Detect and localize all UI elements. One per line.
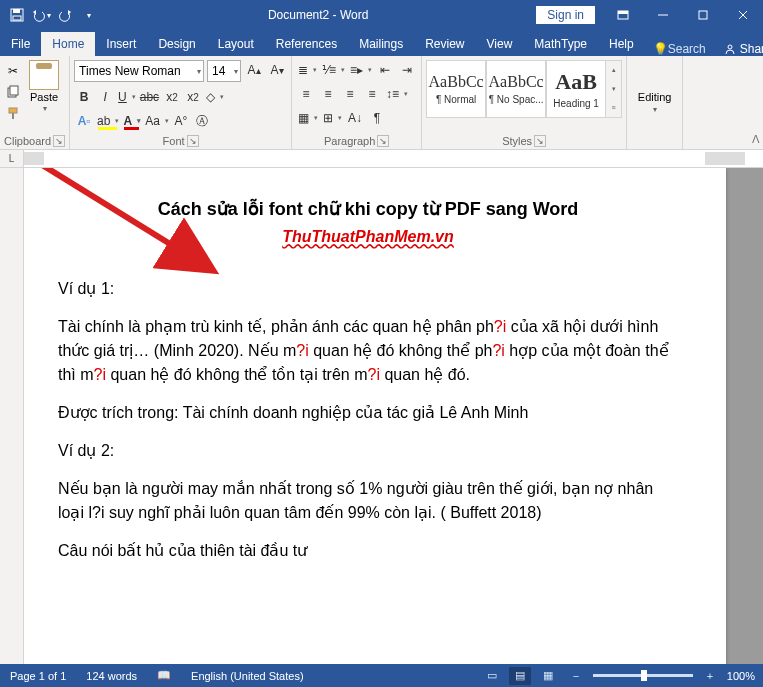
zoom-slider[interactable]	[593, 674, 693, 677]
ribbon-tabs: File Home Insert Design Layout Reference…	[0, 30, 763, 56]
read-mode-icon[interactable]: ▭	[481, 667, 503, 685]
doc-p4: Ví dụ 2:	[58, 439, 678, 463]
svg-point-9	[728, 45, 732, 49]
tab-insert[interactable]: Insert	[95, 32, 147, 56]
bold-button[interactable]: B	[74, 87, 94, 107]
ribbon: ✂ Paste ▾ Clipboard ↘ Times New Roman▾ 1…	[0, 56, 763, 150]
multilevel-list-button[interactable]: ≡▸	[348, 60, 373, 80]
cut-icon[interactable]: ✂	[4, 62, 22, 80]
print-layout-icon[interactable]: ▤	[509, 667, 531, 685]
font-name-combo[interactable]: Times New Roman▾	[74, 60, 204, 82]
web-layout-icon[interactable]: ▦	[537, 667, 559, 685]
font-size-combo[interactable]: 14▾	[207, 60, 241, 82]
tab-file[interactable]: File	[0, 32, 41, 56]
zoom-out-icon[interactable]: −	[565, 667, 587, 685]
tab-home[interactable]: Home	[41, 32, 95, 56]
font-name-value: Times New Roman	[79, 64, 181, 78]
collapse-ribbon-icon[interactable]: ᐱ	[752, 133, 760, 146]
shrink-font-icon[interactable]: A▾	[267, 60, 287, 80]
paragraph-group-label: Paragraph	[324, 135, 375, 147]
numbering-button[interactable]: ⅟≡	[320, 60, 346, 80]
tab-references[interactable]: References	[265, 32, 348, 56]
highlight-color-button[interactable]: ab	[95, 111, 120, 131]
align-right-icon[interactable]: ≡	[340, 84, 360, 104]
paste-button[interactable]: Paste ▾	[24, 60, 64, 113]
clipboard-launcher-icon[interactable]: ↘	[53, 135, 65, 147]
font-launcher-icon[interactable]: ↘	[187, 135, 199, 147]
align-center-icon[interactable]: ≡	[318, 84, 338, 104]
italic-button[interactable]: I	[95, 87, 115, 107]
tab-view[interactable]: View	[476, 32, 524, 56]
vertical-ruler[interactable]	[0, 168, 24, 668]
shading-button[interactable]: ▦	[296, 108, 319, 128]
zoom-level[interactable]: 100%	[727, 670, 755, 682]
tab-mathtype[interactable]: MathType	[523, 32, 598, 56]
tab-review[interactable]: Review	[414, 32, 475, 56]
svg-rect-4	[618, 11, 628, 14]
decrease-indent-icon[interactable]: ⇤	[375, 60, 395, 80]
clear-formatting-icon[interactable]: ◇	[204, 87, 225, 107]
sort-icon[interactable]: A↓	[345, 108, 365, 128]
status-page[interactable]: Page 1 of 1	[0, 670, 76, 682]
document-page[interactable]: Cách sửa lỗi font chữ khi copy từ PDF sa…	[24, 168, 726, 668]
character-shading-icon[interactable]: A°	[171, 111, 191, 131]
format-painter-icon[interactable]	[4, 104, 22, 122]
font-color-button[interactable]: A	[121, 111, 142, 131]
share-button[interactable]: Share	[714, 42, 763, 56]
status-language[interactable]: English (United States)	[181, 670, 314, 682]
document-area: Cách sửa lỗi font chữ khi copy từ PDF sa…	[0, 168, 763, 668]
horizontal-ruler[interactable]	[24, 150, 763, 167]
line-spacing-button[interactable]: ↕≡	[384, 84, 409, 104]
tab-help[interactable]: Help	[598, 32, 645, 56]
paragraph-launcher-icon[interactable]: ↘	[377, 135, 389, 147]
enclose-characters-icon[interactable]: Ⓐ	[192, 111, 212, 131]
close-icon[interactable]	[723, 4, 763, 26]
justify-icon[interactable]: ≡	[362, 84, 382, 104]
increase-indent-icon[interactable]: ⇥	[397, 60, 417, 80]
tab-mailings[interactable]: Mailings	[348, 32, 414, 56]
tab-layout[interactable]: Layout	[207, 32, 265, 56]
minimize-icon[interactable]	[643, 4, 683, 26]
strikethrough-button[interactable]: abc	[138, 87, 161, 107]
page-scroll[interactable]: Cách sửa lỗi font chữ khi copy từ PDF sa…	[24, 168, 763, 668]
align-left-icon[interactable]: ≡	[296, 84, 316, 104]
paste-label: Paste	[30, 91, 58, 103]
save-icon[interactable]	[6, 4, 28, 26]
styles-launcher-icon[interactable]: ↘	[534, 135, 546, 147]
share-label: Share	[740, 42, 763, 56]
borders-button[interactable]: ⊞	[321, 108, 343, 128]
bullets-button[interactable]: ≣	[296, 60, 318, 80]
superscript-button[interactable]: x2	[183, 87, 203, 107]
tab-design[interactable]: Design	[147, 32, 206, 56]
ribbon-display-icon[interactable]	[603, 4, 643, 26]
svg-rect-12	[9, 108, 17, 113]
redo-icon[interactable]	[54, 4, 76, 26]
show-hide-icon[interactable]: ¶	[367, 108, 387, 128]
tab-selector[interactable]: L	[0, 150, 24, 167]
style-heading1[interactable]: AaBHeading 1	[546, 60, 606, 118]
undo-icon[interactable]: ▾	[30, 4, 52, 26]
copy-icon[interactable]	[4, 83, 22, 101]
style-no-spacing[interactable]: AaBbCc¶ No Spac...	[486, 60, 546, 118]
doc-subtitle: ThuThuatPhanMem.vn	[58, 225, 678, 249]
status-bar: Page 1 of 1 124 words 📖 English (United …	[0, 664, 763, 687]
style-normal[interactable]: AaBbCc¶ Normal	[426, 60, 486, 118]
maximize-icon[interactable]	[683, 4, 723, 26]
svg-rect-11	[10, 86, 18, 95]
grow-font-icon[interactable]: A▴	[244, 60, 264, 80]
change-case-button[interactable]: Aa	[143, 111, 170, 131]
zoom-in-icon[interactable]: +	[699, 667, 721, 685]
svg-rect-13	[12, 113, 14, 119]
text-effects-icon[interactable]: A▫	[74, 111, 94, 131]
underline-button[interactable]: U	[116, 87, 137, 107]
font-size-value: 14	[212, 64, 225, 78]
styles-gallery-more[interactable]: ▴▾≡	[606, 60, 622, 118]
qat-customize-icon[interactable]: ▾	[78, 4, 100, 26]
status-words[interactable]: 124 words	[76, 670, 147, 682]
subscript-button[interactable]: x2	[162, 87, 182, 107]
sign-in-button[interactable]: Sign in	[536, 6, 595, 24]
editing-button[interactable]: Editing	[638, 91, 672, 103]
tell-me-search[interactable]: 💡 Search	[645, 42, 714, 56]
status-proofing-icon[interactable]: 📖	[147, 669, 181, 682]
ruler-area: L	[0, 150, 763, 168]
